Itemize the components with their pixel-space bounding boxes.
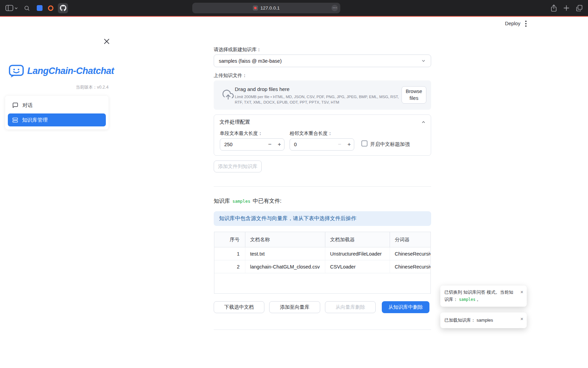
delete-from-kb-button[interactable]: 从知识库中删除 (382, 301, 429, 313)
browser-toolbar: 127.0.0.1 ⋯ (0, 0, 588, 16)
toolbar-right (551, 0, 583, 16)
search-icon[interactable] (24, 5, 30, 11)
cell-loader: CSVLoader (325, 260, 390, 273)
logo-text: LangChain-Chatchat (27, 66, 114, 76)
cell-splitter: ChineseRecursive (390, 260, 430, 273)
chunk-size-input[interactable]: 250 − + (220, 138, 284, 151)
nav-item-label: 知识库管理 (22, 117, 48, 123)
share-icon[interactable] (551, 4, 557, 12)
divider (214, 329, 431, 330)
toolbar-left (5, 0, 68, 16)
nav-menu: 对话 知识库管理 (5, 96, 109, 129)
kb-selectbox[interactable]: samples (faiss @ m3e-base) (214, 55, 431, 67)
col-header-name[interactable]: 文档名称 (245, 232, 325, 247)
table-row[interactable]: 1 test.txt UnstructuredFileLoader Chines… (214, 247, 430, 260)
info-message-text: 知识库中包含源文件与向量库，请从下表中选择文件后操作 (219, 215, 356, 222)
chevron-up-icon (421, 120, 426, 125)
overlap-input[interactable]: 0 − + (290, 138, 354, 151)
sidebar-toggle-icon[interactable] (5, 5, 13, 11)
files-heading-prefix: 知识库 (214, 198, 230, 205)
browse-files-button[interactable]: Browse files (402, 86, 426, 104)
delete-from-vector-store-button[interactable]: 从向量库删除 (325, 301, 376, 313)
upload-cloud-icon (223, 89, 234, 101)
files-heading: 知识库 samples 中已有文件: (214, 198, 281, 205)
chatchat-logo-icon (9, 64, 24, 78)
zh-title-checkbox-label: 开启中文标题加强 (370, 141, 410, 148)
cell-splitter: ChineseRecursive (390, 247, 430, 260)
kebab-menu-icon[interactable] (525, 20, 527, 27)
version-label: 当前版本：v0.2.4 (76, 85, 109, 90)
divider (214, 186, 431, 187)
site-favicon (253, 5, 258, 11)
increment-button[interactable]: + (275, 141, 284, 148)
add-to-vector-store-button[interactable]: 添加至向量库 (269, 301, 320, 313)
kb-selected-option: samples (faiss @ m3e-base) (219, 58, 282, 64)
overlap-value: 0 (290, 142, 335, 147)
table-row[interactable]: 2 langchain-ChatGLM_closed.csv CSVLoader… (214, 260, 430, 273)
file-uploader-dropzone[interactable]: Drag and drop files here Limit 200MB per… (214, 80, 431, 110)
overlap-label: 相邻文本重合长度： (290, 131, 332, 137)
add-files-button[interactable]: 添加文件到知识库 (214, 160, 262, 172)
files-heading-suffix: 中已有文件: (253, 198, 281, 205)
close-icon[interactable]: × (520, 288, 523, 296)
col-header-splitter[interactable]: 分词器 (390, 232, 430, 247)
chevron-down-icon (421, 58, 426, 63)
chat-bubble-icon (12, 102, 18, 108)
increment-button[interactable]: + (344, 141, 354, 148)
toast-text: 。 (477, 297, 481, 302)
files-table: 序号 文档名称 文档加载器 分词器 1 test.txt Unstructure… (214, 232, 431, 294)
col-header-index[interactable]: 序号 (214, 232, 245, 247)
toast-notification: 已切换到 知识库问答 模式。当前知识库： samples 。 × (440, 286, 527, 307)
cell-index: 2 (214, 260, 245, 273)
chunk-size-label: 单段文本最大长度： (220, 131, 263, 137)
toast-code: samples (459, 297, 475, 302)
database-icon (12, 117, 18, 123)
nav-item-kb-management[interactable]: 知识库管理 (8, 113, 106, 126)
sidebar: LangChain-Chatchat 当前版本：v0.2.4 对话 知识库管理 (0, 17, 114, 368)
cell-name: test.txt (245, 247, 325, 260)
cell-index: 1 (214, 247, 245, 260)
github-tab-icon[interactable] (58, 3, 68, 13)
new-tab-icon[interactable] (564, 5, 569, 11)
close-icon[interactable]: × (520, 315, 523, 323)
close-sidebar-icon[interactable] (102, 37, 111, 45)
app-logo: LangChain-Chatchat (9, 64, 114, 78)
zh-title-checkbox[interactable] (361, 140, 368, 147)
expander-header[interactable]: 文件处理配置 (214, 115, 431, 129)
file-config-expander: 文件处理配置 单段文本最大长度： 相邻文本重合长度： 250 − + 0 − +… (214, 114, 431, 156)
decrement-button[interactable]: − (335, 141, 344, 148)
nav-item-dialogue[interactable]: 对话 (8, 99, 106, 112)
cell-loader: UnstructuredFileLoader (325, 247, 390, 260)
kb-name-code: samples (232, 199, 250, 204)
kb-select-label: 请选择或新建知识库： (214, 47, 261, 53)
nav-item-label: 对话 (22, 102, 33, 109)
tab-overview-icon[interactable] (576, 5, 583, 11)
download-selected-button[interactable]: 下载选中文档 (214, 301, 264, 313)
table-header-row: 序号 文档名称 文档加载器 分词器 (214, 232, 430, 247)
chunk-size-value: 250 (220, 142, 265, 147)
col-header-loader[interactable]: 文档加载器 (325, 232, 390, 247)
chevron-down-icon[interactable] (15, 7, 18, 9)
uploader-hint: Limit 200MB per file • HTML, MD, JSON, C… (235, 94, 400, 105)
url-text: 127.0.0.1 (260, 5, 279, 11)
decrement-button[interactable]: − (265, 141, 275, 148)
toast-notification: 已加载知识库： samples × (440, 312, 527, 328)
expander-title: 文件处理配置 (219, 119, 250, 125)
cell-name: langchain-ChatGLM_closed.csv (245, 260, 325, 273)
deploy-button[interactable]: Deploy (505, 21, 520, 26)
toast-text: 已加载知识库： samples (444, 317, 493, 324)
info-message: 知识库中包含源文件与向量库，请从下表中选择文件后操作 (214, 211, 431, 226)
url-more-icon[interactable]: ⋯ (331, 5, 338, 11)
pinned-tab-ring-icon[interactable] (48, 5, 53, 11)
upload-label: 上传知识文件： (214, 73, 247, 79)
url-bar[interactable]: 127.0.0.1 ⋯ (192, 3, 340, 13)
uploader-title: Drag and drop files here (235, 86, 290, 92)
pinned-tab-blue-icon[interactable] (37, 5, 43, 11)
